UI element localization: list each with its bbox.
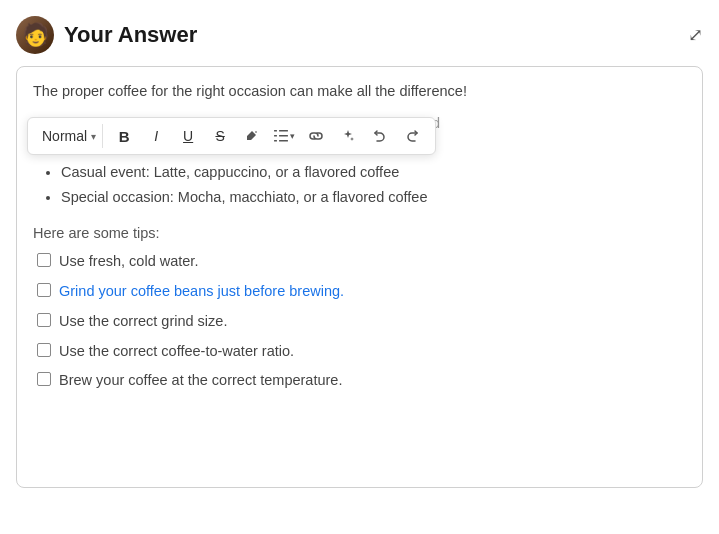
editor-container: The proper coffee for the right occasion… [16,66,703,488]
svg-rect-5 [279,140,288,142]
svg-rect-1 [279,130,288,132]
list-item-text: Grind your coffee beans just before brew… [59,281,344,303]
checkbox-list: Use fresh, cold water. Grind your coffee… [33,251,686,392]
formatting-toolbar: Normal ▾ B I U S ▾ [27,117,436,155]
editor-intro: The proper coffee for the right occasion… [33,81,686,103]
svg-rect-0 [274,130,277,132]
underline-button[interactable]: U [173,122,203,150]
checkbox[interactable] [37,313,51,327]
tips-heading: Here are some tips: [33,225,686,241]
svg-rect-3 [279,135,288,137]
checkbox[interactable] [37,343,51,357]
checkbox[interactable] [37,372,51,386]
checkbox[interactable] [37,283,51,297]
header-left: 🧑 Your Answer [16,16,197,54]
list-item-text: Brew your coffee at the correct temperat… [59,370,342,392]
highlight-button[interactable] [237,122,267,150]
chevron-down-icon: ▾ [91,131,96,142]
bold-button[interactable]: B [109,122,139,150]
list-item-text: Use fresh, cold water. [59,251,198,273]
expand-icon[interactable]: ⤢ [688,24,703,46]
list-item-text: Special occasion: Mocha, macchiato, or a… [61,189,427,205]
list-item: Use the correct coffee-to-water ratio. [37,341,686,363]
list-item-text: Use the correct grind size. [59,311,227,333]
list-item: Brew your coffee at the correct temperat… [37,370,686,392]
list-button[interactable]: ▾ [269,122,299,150]
list-item: Use fresh, cold water. [37,251,686,273]
format-dropdown[interactable]: Normal ▾ [36,124,103,148]
page-title: Your Answer [64,22,197,48]
list-item: Use the correct grind size. [37,311,686,333]
list-item-text: Use the correct coffee-to-water ratio. [59,341,294,363]
link-button[interactable] [301,122,331,150]
svg-rect-4 [274,140,277,142]
format-label: Normal [42,128,87,144]
svg-rect-2 [274,135,277,137]
list-item-text: Casual event: Latte, cappuccino, or a fl… [61,164,399,180]
checkbox[interactable] [37,253,51,267]
editor-content[interactable]: The proper coffee for the right occasion… [17,67,702,487]
strikethrough-button[interactable]: S [205,122,235,150]
magic-button[interactable] [333,122,363,150]
avatar: 🧑 [16,16,54,54]
redo-button[interactable] [397,122,427,150]
list-item: Special occasion: Mocha, macchiato, or a… [61,185,686,210]
list-item: Grind your coffee beans just before brew… [37,281,686,303]
italic-button[interactable]: I [141,122,171,150]
list-item: Casual event: Latte, cappuccino, or a fl… [61,160,686,185]
undo-button[interactable] [365,122,395,150]
page-header: 🧑 Your Answer ⤢ [16,16,703,54]
